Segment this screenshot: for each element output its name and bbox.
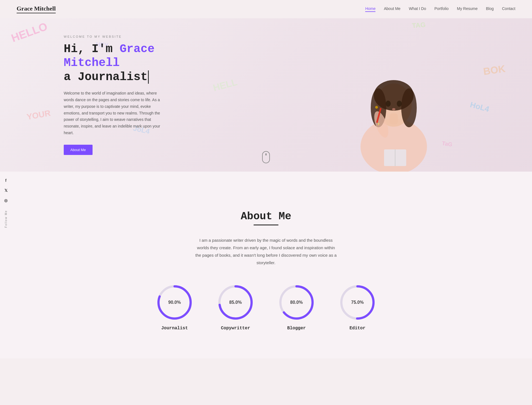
twitter-icon[interactable]: 𝕏 <box>3 187 9 193</box>
svg-point-7 <box>397 101 402 107</box>
copywritter-percent: 85.0% <box>229 300 242 305</box>
section-underline <box>254 225 278 225</box>
nav-what-i-do[interactable]: What I Do <box>409 6 426 12</box>
hero-title-line1: Hi, I'm <box>64 42 120 56</box>
skill-editor: 75.0% Editor <box>338 283 377 331</box>
svg-point-6 <box>386 101 391 107</box>
journalist-percent: 90.0% <box>168 300 181 305</box>
scroll-dot <box>265 153 267 156</box>
social-sidebar: f 𝕏 ◎ Follow Me <box>0 174 12 232</box>
copywritter-label: Copywritter <box>221 326 250 331</box>
skill-circle-copywritter: 85.0% <box>216 283 255 322</box>
skill-circle-blogger: 80.0% <box>277 283 316 322</box>
instagram-icon[interactable]: ◎ <box>3 197 9 203</box>
skill-circle-journalist: 90.0% <box>155 283 194 322</box>
header: Grace Mitchell Home About Me What I Do P… <box>0 0 532 18</box>
hero-section: HELLO HEY YOUR JoL4 BOK HoL4 TAG TaG HEL… <box>0 18 532 172</box>
about-section: About Me I am a passionate writer driven… <box>0 188 532 358</box>
svg-point-5 <box>401 88 417 127</box>
logo: Grace Mitchell <box>17 5 56 13</box>
about-title: About Me <box>17 210 515 222</box>
skill-circle-editor: 75.0% <box>338 283 377 322</box>
nav-blog[interactable]: Blog <box>486 6 494 12</box>
hero-subtitle: Welcome to my website <box>64 35 161 38</box>
scroll-indicator[interactable] <box>262 151 270 163</box>
skill-journalist: 90.0% Journalist <box>155 283 194 331</box>
nav-home[interactable]: Home <box>365 6 375 12</box>
skills-row: 90.0% Journalist 85.0% Copywritter <box>17 283 515 331</box>
facebook-icon[interactable]: f <box>3 177 9 184</box>
scroll-oval <box>262 151 270 163</box>
nav-about-me[interactable]: About Me <box>384 6 400 12</box>
hero-person-figure <box>336 52 452 172</box>
nav-contact[interactable]: Contact <box>502 6 515 12</box>
hero-title: Hi, I'm Grace Mitchell a Journalist <box>64 42 161 84</box>
nav-portfolio[interactable]: Portfolio <box>434 6 449 12</box>
nav-my-resume[interactable]: My Resume <box>457 6 478 12</box>
about-description: I am a passionate writer driven by the m… <box>194 236 338 266</box>
svg-point-9 <box>375 106 378 109</box>
svg-point-8 <box>392 108 395 110</box>
blogger-label: Blogger <box>287 326 306 331</box>
hero-description: Welcome to the world of imagination and … <box>64 90 161 136</box>
skill-blogger: 80.0% Blogger <box>277 283 316 331</box>
main-nav: Home About Me What I Do Portfolio My Res… <box>365 6 515 12</box>
about-me-button[interactable]: About Me <box>64 145 93 155</box>
blogger-percent: 80.0% <box>290 300 303 305</box>
skill-copywritter: 85.0% Copywritter <box>216 283 255 331</box>
hero-content: Welcome to my website Hi, I'm Grace Mitc… <box>0 18 177 172</box>
editor-percent: 75.0% <box>351 300 364 305</box>
follow-label: Follow Me <box>4 210 7 228</box>
hero-title-line2: a Journalist <box>64 70 147 84</box>
journalist-label: Journalist <box>161 326 188 331</box>
hero-image <box>255 18 532 172</box>
editor-label: Editor <box>349 326 365 331</box>
